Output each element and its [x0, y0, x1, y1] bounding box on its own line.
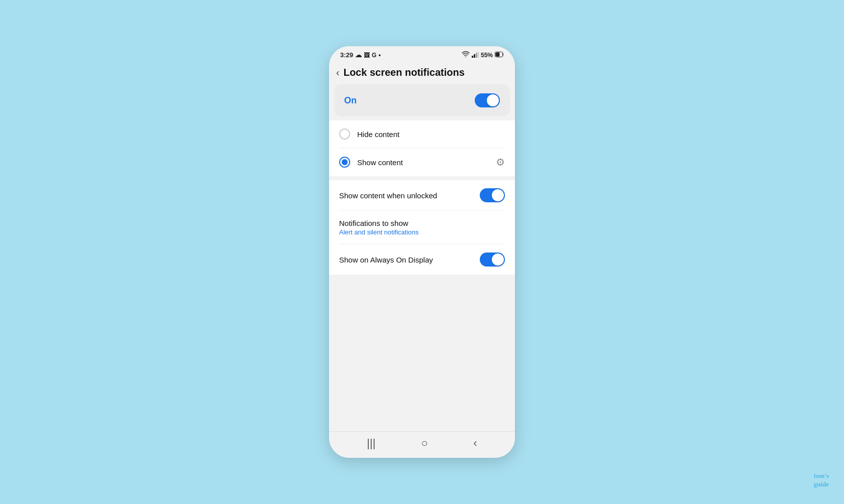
- settings-rows-section: Show content when unlocked Notifications…: [329, 180, 515, 275]
- notifications-to-show-sublabel: Alert and silent notifications: [339, 228, 505, 236]
- show-content-row[interactable]: Show content ⚙: [339, 148, 505, 176]
- on-label: On: [344, 95, 357, 106]
- show-content-radio[interactable]: [339, 157, 350, 168]
- battery-display: 55%: [481, 52, 493, 59]
- svg-rect-5: [496, 52, 500, 56]
- on-toggle[interactable]: [475, 93, 500, 107]
- hide-content-label: Hide content: [357, 130, 505, 139]
- wifi-icon: [462, 51, 470, 59]
- settings-content: On Hide content Show content ⚙ Show cont…: [329, 84, 515, 431]
- home-nav-icon[interactable]: ○: [421, 437, 428, 450]
- status-bar: 3:29 ☁ 🖼 G •: [329, 46, 515, 62]
- cloud-icon: ☁: [355, 51, 362, 59]
- notifications-to-show-label: Notifications to show: [339, 219, 505, 227]
- g-icon: G: [372, 52, 376, 59]
- status-right: 55%: [462, 51, 504, 59]
- header: ‹ Lock screen notifications: [329, 62, 515, 84]
- watermark-line2: guide: [814, 480, 829, 489]
- show-always-on-row: Show on Always On Display: [339, 244, 505, 275]
- show-content-gear-icon[interactable]: ⚙: [496, 156, 505, 168]
- svg-rect-1: [474, 54, 475, 58]
- show-content-label: Show content: [357, 158, 489, 167]
- svg-rect-2: [476, 53, 477, 58]
- hide-content-radio[interactable]: [339, 129, 350, 140]
- show-always-on-label: Show on Always On Display: [339, 256, 480, 264]
- time-display: 3:29: [340, 51, 353, 59]
- menu-nav-icon[interactable]: |||: [367, 437, 375, 450]
- notifications-to-show-text: Notifications to show Alert and silent n…: [339, 219, 505, 236]
- battery-icon: [495, 52, 504, 59]
- photo-icon: 🖼: [364, 52, 370, 59]
- hide-content-row[interactable]: Hide content: [339, 120, 505, 148]
- show-when-unlocked-label: Show content when unlocked: [339, 191, 480, 200]
- back-button[interactable]: ‹: [336, 67, 340, 78]
- svg-rect-0: [472, 56, 473, 58]
- show-when-unlocked-toggle[interactable]: [480, 188, 505, 202]
- show-always-on-text: Show on Always On Display: [339, 256, 480, 264]
- status-left: 3:29 ☁ 🖼 G •: [340, 51, 381, 59]
- show-when-unlocked-text: Show content when unlocked: [339, 191, 480, 200]
- back-nav-icon[interactable]: ‹: [473, 437, 477, 450]
- dot-indicator: •: [378, 51, 381, 59]
- notifications-to-show-row[interactable]: Notifications to show Alert and silent n…: [339, 211, 505, 244]
- show-when-unlocked-row: Show content when unlocked: [339, 180, 505, 211]
- nav-bar: ||| ○ ‹: [329, 431, 515, 458]
- signal-icon: [472, 52, 479, 59]
- on-toggle-row: On: [334, 84, 510, 116]
- watermark-line1: tom's: [814, 472, 829, 480]
- radio-options-section: Hide content Show content ⚙: [329, 120, 515, 176]
- page-title: Lock screen notifications: [344, 67, 465, 78]
- show-always-on-toggle[interactable]: [480, 253, 505, 267]
- phone-container: 3:29 ☁ 🖼 G •: [329, 46, 515, 458]
- svg-rect-3: [478, 52, 479, 58]
- watermark: tom's guide: [814, 472, 829, 489]
